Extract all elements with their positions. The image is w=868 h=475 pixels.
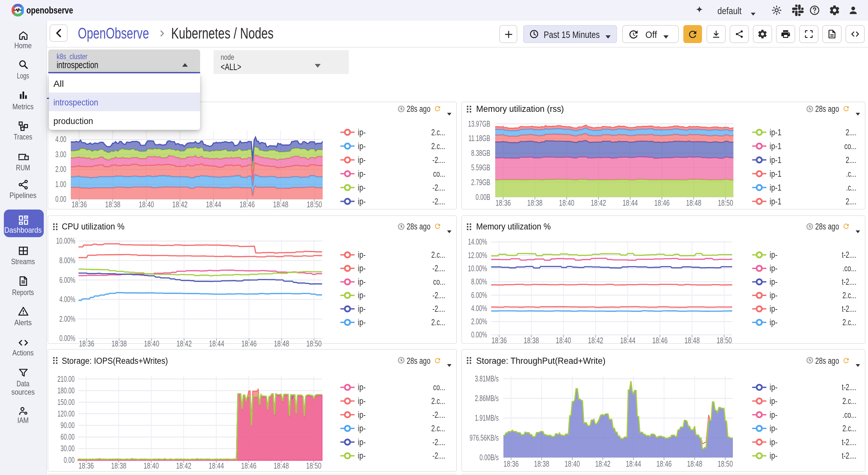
svg-text:ip-1: ip-1 [770, 155, 781, 165]
svg-text:ip-: ip- [770, 317, 778, 327]
svg-text:ip-: ip- [770, 250, 778, 260]
svg-text:-2....: -2.... [432, 410, 445, 420]
svg-text:18:50: 18:50 [717, 459, 733, 468]
svg-text:ip-: ip- [770, 410, 778, 420]
svg-text:10.00%: 10.00% [56, 236, 75, 245]
svg-text:t-2....: t-2.... [842, 437, 857, 447]
svg-text:30.00: 30.00 [60, 444, 75, 453]
svg-text:ip-: ip- [770, 423, 778, 433]
svg-text:-2....: -2.... [432, 437, 445, 447]
svg-text:0.00B: 0.00B [475, 193, 490, 202]
svg-text:4.00: 4.00 [55, 135, 66, 144]
svg-text:.c...: .c... [846, 183, 857, 193]
svg-text:0.00%: 0.00% [471, 330, 487, 339]
svg-text:2....: 2.... [846, 128, 857, 137]
svg-text:18:48: 18:48 [687, 459, 702, 468]
svg-text:2.c...: 2.c... [431, 250, 445, 260]
svg-text:2.c...: 2.c... [843, 396, 857, 406]
svg-text:2.00%: 2.00% [59, 314, 75, 323]
svg-text:1.91MB/s: 1.91MB/s [475, 413, 499, 422]
svg-text:t-2....: t-2.... [842, 250, 857, 260]
svg-text:ip-1: ip-1 [770, 128, 781, 137]
svg-text:ip-: ip- [358, 410, 366, 420]
svg-text:2.00: 2.00 [55, 165, 66, 174]
svg-text:.co...: .co... [843, 410, 857, 420]
svg-text:3.00: 3.00 [55, 150, 66, 159]
svg-text:ip-1: ip-1 [770, 197, 781, 206]
svg-text:8.38GB: 8.38GB [471, 148, 490, 158]
svg-text:180.00: 180.00 [57, 386, 75, 395]
svg-text:14.00%: 14.00% [468, 237, 487, 246]
svg-text:ip-: ip- [358, 155, 366, 165]
svg-text:4.00%: 4.00% [59, 295, 75, 304]
svg-text:2.79GB: 2.79GB [471, 178, 490, 187]
svg-text:ip-: ip- [358, 264, 366, 273]
svg-text:ip-: ip- [358, 141, 366, 151]
svg-text:ip-: ip- [358, 437, 366, 447]
svg-text:-2....: -2.... [432, 155, 445, 165]
svg-text:60.00: 60.00 [60, 432, 75, 441]
svg-text:ip-: ip- [770, 291, 778, 300]
svg-text:2.c...: 2.c... [843, 423, 857, 433]
svg-text:ip-: ip- [358, 396, 366, 406]
svg-text:co...: co... [844, 141, 857, 151]
svg-text:ip-: ip- [358, 277, 366, 287]
svg-text:-2....: -2.... [432, 183, 445, 193]
svg-text:2.00%: 2.00% [471, 317, 487, 326]
svg-text:13.97GB: 13.97GB [468, 119, 490, 128]
svg-text:0.00B/s: 0.00B/s [480, 453, 499, 462]
svg-text:co...: co... [433, 382, 445, 392]
svg-text:18:38: 18:38 [534, 459, 550, 468]
svg-text:10.00%: 10.00% [468, 264, 487, 273]
svg-text:ip-: ip- [358, 128, 366, 137]
svg-text:co...: co... [433, 277, 445, 287]
svg-text:2....: 2.... [846, 197, 857, 206]
svg-text:-2....: -2.... [432, 197, 445, 206]
svg-text:18:44: 18:44 [626, 459, 641, 468]
svg-text:0.00: 0.00 [64, 455, 75, 464]
svg-text:12.00%: 12.00% [468, 251, 487, 260]
svg-text:ip-: ip- [358, 317, 366, 327]
svg-text:co...: co... [433, 169, 445, 179]
svg-text:2....: 2.... [846, 155, 857, 165]
svg-text:ip-: ip- [358, 451, 366, 461]
svg-text:ip-1: ip-1 [770, 141, 781, 151]
svg-text:1.00: 1.00 [55, 180, 66, 189]
svg-text:90.00: 90.00 [60, 421, 75, 430]
svg-text:6.00%: 6.00% [59, 275, 75, 284]
svg-text:ip-: ip- [358, 291, 366, 300]
svg-text:2.c...: 2.c... [431, 317, 445, 327]
svg-text:t-2....: t-2.... [842, 277, 857, 287]
svg-text:.co...: .co... [843, 264, 857, 273]
svg-text:t-2....: t-2.... [842, 304, 857, 314]
svg-text:ip-: ip- [358, 250, 366, 260]
svg-text:2.c...: 2.c... [843, 291, 857, 300]
svg-text:ip-: ip- [770, 382, 778, 392]
svg-text:-2....: -2.... [432, 304, 445, 314]
svg-text:210.00: 210.00 [57, 374, 75, 383]
svg-text:-2....: -2.... [432, 264, 445, 273]
svg-text:ip-: ip- [358, 423, 366, 433]
svg-text:ip-: ip- [358, 169, 366, 179]
svg-text:6.00%: 6.00% [471, 291, 487, 300]
svg-text:-2....: -2.... [432, 291, 445, 300]
svg-text:2.86MB/s: 2.86MB/s [475, 394, 499, 403]
svg-text:2.c...: 2.c... [431, 396, 445, 406]
svg-text:2.c...: 2.c... [431, 128, 445, 137]
svg-text:ip-: ip- [770, 437, 778, 447]
svg-text:ip-: ip- [358, 197, 366, 206]
svg-text:t-2....: t-2.... [842, 451, 857, 461]
svg-text:4.00%: 4.00% [471, 304, 487, 313]
svg-text:ip-: ip- [770, 264, 778, 273]
svg-text:0.00%: 0.00% [59, 334, 75, 343]
svg-text:18:36: 18:36 [503, 459, 519, 468]
svg-text:8.00%: 8.00% [471, 277, 487, 286]
svg-text:-2....: -2.... [432, 451, 445, 461]
svg-text:8.00%: 8.00% [59, 256, 75, 265]
svg-text:0.00: 0.00 [55, 195, 66, 203]
svg-text:.c...: .c... [846, 169, 857, 179]
svg-text:5.59GB: 5.59GB [471, 163, 490, 172]
svg-text:ip-1: ip-1 [770, 169, 781, 179]
svg-text:976.56KB/s: 976.56KB/s [470, 433, 499, 442]
svg-text:2.c...: 2.c... [431, 141, 445, 151]
